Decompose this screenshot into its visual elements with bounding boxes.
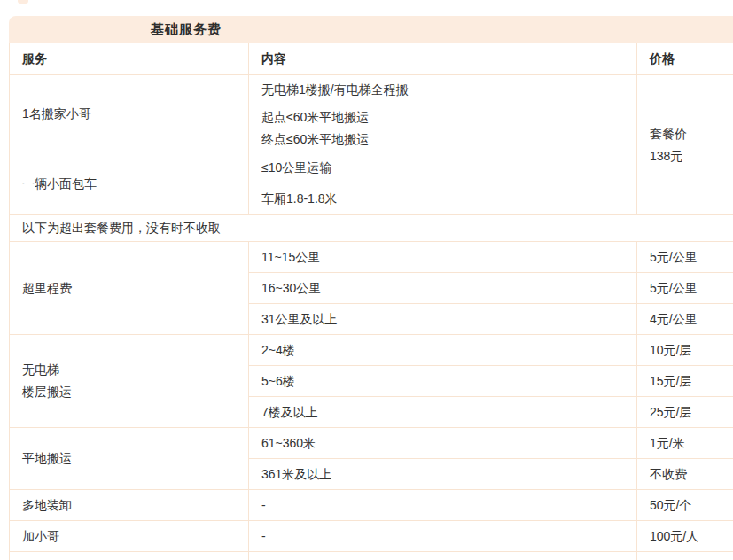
cell-empty xyxy=(249,552,637,560)
cell-content: 11~15公里 xyxy=(249,242,637,273)
fee-table: 服务 内容 价格 1名搬家小哥 无电梯1楼搬/有电梯全程搬 套餐价 138元 起… xyxy=(9,43,733,560)
content-start-point: 起点≤60米平地搬运 xyxy=(261,106,636,128)
cell-price: 5元/公里 xyxy=(637,242,733,273)
floors-name-line1: 无电梯 xyxy=(22,359,248,381)
cell-service-floors: 无电梯 楼层搬运 xyxy=(10,335,249,428)
header-row: 服务 内容 价格 xyxy=(10,43,733,75)
cell-content: - xyxy=(249,521,637,552)
cell-price: 25元/层 xyxy=(637,397,733,428)
cell-content: 7楼及以上 xyxy=(249,397,637,428)
cell-content-transport: ≤10公里运输 xyxy=(249,152,637,183)
notice-cell: 以下为超出套餐费用，没有时不收取 xyxy=(10,215,733,242)
table-row: 超里程费 11~15公里 5元/公里 xyxy=(10,242,733,273)
cell-price: 5元/公里 xyxy=(637,273,733,304)
cell-content: 5~6楼 xyxy=(249,366,637,397)
cell-price: 50元/个 xyxy=(637,490,733,521)
table-title-bar: 基础服务费 xyxy=(9,16,733,43)
col-header-content: 内容 xyxy=(249,43,637,75)
notice-row: 以下为超出套餐费用，没有时不收取 xyxy=(10,215,733,242)
cell-service-unload: 多地装卸 xyxy=(10,490,249,521)
cell-service-mileage: 超里程费 xyxy=(10,242,249,335)
cell-content: 2~4楼 xyxy=(249,335,637,366)
cell-content-carriage: 车厢1.8-1.8米 xyxy=(249,183,637,215)
cell-price: 100元/人 xyxy=(637,521,733,552)
cell-price: 10元/层 xyxy=(637,335,733,366)
cell-content: 16~30公里 xyxy=(249,273,637,304)
table-row: 无电梯 楼层搬运 2~4楼 10元/层 xyxy=(10,335,733,366)
table-row: 一辆小面包车 ≤10公里运输 xyxy=(10,152,733,183)
content-end-point: 终点≤60米平地搬运 xyxy=(261,128,636,151)
cell-empty xyxy=(10,552,249,560)
cell-price: 不收费 xyxy=(637,459,733,490)
package-price-label: 套餐价 xyxy=(650,123,733,145)
cell-content: 61~360米 xyxy=(249,428,637,459)
cell-price: 1元/米 xyxy=(637,428,733,459)
table-title: 基础服务费 xyxy=(151,21,222,38)
col-header-service: 服务 xyxy=(10,43,249,75)
table-row-partial xyxy=(10,552,733,560)
page: 基础服务费 服务 内容 价格 1名搬家小哥 无电梯1楼搬/有电梯全程搬 套餐价 … xyxy=(0,0,733,560)
table-row: 多地装卸 - 50元/个 xyxy=(10,490,733,521)
cell-price: 4元/公里 xyxy=(637,304,733,335)
cell-content: 31公里及以上 xyxy=(249,304,637,335)
base-service-fee-table: 基础服务费 服务 内容 价格 1名搬家小哥 无电梯1楼搬/有电梯全程搬 套餐价 … xyxy=(9,16,733,560)
cell-service-van: 一辆小面包车 xyxy=(10,152,249,215)
over-package-notice: 以下为超出套餐费用，没有时不收取 xyxy=(22,217,221,239)
table-row: 1名搬家小哥 无电梯1楼搬/有电梯全程搬 套餐价 138元 xyxy=(10,75,733,105)
floors-name-line2: 楼层搬运 xyxy=(22,381,248,403)
cell-price: 15元/层 xyxy=(637,366,733,397)
cell-content-ground-limits: 起点≤60米平地搬运 终点≤60米平地搬运 xyxy=(249,105,637,152)
table-row: 加小哥 - 100元/人 xyxy=(10,521,733,552)
cell-content: - xyxy=(249,490,637,521)
package-price-value: 138元 xyxy=(650,145,733,167)
cell-price-package: 套餐价 138元 xyxy=(637,75,733,215)
cell-empty xyxy=(637,552,733,560)
cell-content: 361米及以上 xyxy=(249,459,637,490)
cell-service-mover: 1名搬家小哥 xyxy=(10,75,249,152)
top-edge-artifact xyxy=(18,0,28,4)
table-row: 平地搬运 61~360米 1元/米 xyxy=(10,428,733,459)
cell-service-worker: 加小哥 xyxy=(10,521,249,552)
cell-service-ground: 平地搬运 xyxy=(10,428,249,490)
cell-content-elevator: 无电梯1楼搬/有电梯全程搬 xyxy=(249,75,637,105)
col-header-price: 价格 xyxy=(637,43,733,75)
